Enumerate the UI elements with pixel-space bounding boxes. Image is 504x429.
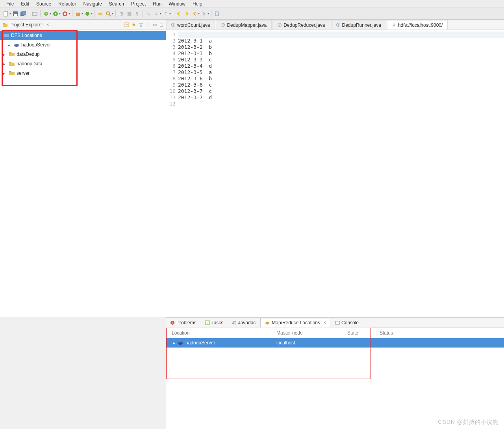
tree-item-dfs-locations[interactable]: DFS Locations [0,31,166,40]
run-dropdown[interactable]: ▾ [59,12,61,15]
save-button[interactable] [12,10,19,17]
menu-file[interactable]: File [3,0,17,7]
tree-item-hadoopserver[interactable]: ▸ hadoopServer [0,40,166,50]
svg-rect-27 [9,72,15,75]
svg-rect-17 [3,23,5,24]
filter-icon[interactable] [139,22,143,27]
tab-javadoc[interactable]: @Javadoc [228,318,259,327]
menu-window[interactable]: Window [165,0,189,7]
problems-icon: ! [170,320,175,325]
toggle-button[interactable] [31,10,38,17]
col-status[interactable]: Status [375,330,504,336]
next-annotation-dropdown[interactable]: ▾ [160,12,161,15]
prev-annotation-dropdown[interactable]: ▾ [169,12,171,15]
svg-rect-23 [9,53,15,56]
svg-point-13 [106,12,109,15]
new-dropdown[interactable]: ▾ [9,12,11,15]
watermark: CSDN @拼搏的小浣熊 [438,419,498,426]
tree-item-hadoopdata[interactable]: ▸ hadoopData [0,59,166,68]
open-type-button[interactable] [97,10,104,17]
tree-item-server[interactable]: ▸ server [0,68,166,78]
elephant-icon [13,42,20,48]
menu-project[interactable]: Project [128,0,149,7]
col-state[interactable]: State [347,330,375,336]
tab-label: Problems [176,320,196,325]
tab-console[interactable]: Console [331,318,363,327]
elephant-icon [265,320,270,325]
save-all-button[interactable] [20,10,27,17]
tab-mapreduce-locations[interactable]: Map/Reduce Locations× [260,318,330,327]
tab-dedupmapper[interactable]: ⒿDedupMapper.java [216,20,272,30]
tree-item-datadedup[interactable]: ▸ dataDedup [0,50,166,59]
svg-rect-5 [32,12,37,15]
new-package-button[interactable] [74,10,82,17]
menu-source[interactable]: Source [33,0,54,7]
menu-help[interactable]: Help [189,0,206,7]
menu-refactor[interactable]: Refactor [55,0,79,7]
col-master[interactable]: Master node [276,330,347,336]
menu-edit[interactable]: Edit [18,0,32,7]
tree-label: server [17,70,30,76]
table-row[interactable]: ▸ hadoopServer localhost [166,338,504,348]
last-edit-dropdown[interactable]: ▾ [198,12,200,15]
last-edit-button[interactable] [191,10,198,17]
toggle-block-button[interactable]: ▦ [126,10,133,17]
close-view-icon[interactable]: × [46,22,49,28]
tab-dedupreducer[interactable]: ⒿDedupReducer.java [272,20,330,30]
code-content[interactable]: 2012-3-1 a2012-3-2 b2012-3-3 b2012-3-3 c… [178,30,504,317]
svg-rect-20 [4,34,9,37]
debug-button[interactable] [43,10,50,17]
close-tab-icon[interactable]: × [323,320,326,325]
tab-label: Javadoc [238,320,256,325]
search-button[interactable] [105,10,112,17]
console-icon [335,320,340,325]
menu-run[interactable]: Run [150,0,165,7]
prev-annotation-button[interactable]: ⇡ [162,10,169,17]
collapse-all-icon[interactable] [124,22,129,27]
tab-wordcount[interactable]: ⒿwordCount.java [166,20,215,30]
new-package-dropdown[interactable]: ▾ [82,12,83,15]
master-node: localhost [276,340,347,346]
tab-label: Map/Reduce Locations [272,320,320,325]
code-editor[interactable]: 123456789101112 2012-3-1 a2012-3-2 b2012… [166,30,504,317]
coverage-button[interactable] [61,10,69,17]
maximize-icon[interactable]: ◻ [159,22,163,28]
next-edit-dropdown[interactable]: ▾ [208,12,209,15]
new-class-dropdown[interactable]: ▾ [91,12,93,15]
pin-button[interactable] [213,10,220,17]
step-button[interactable]: ↘ [145,10,152,17]
menu-search[interactable]: Search [106,0,127,7]
tab-tasks[interactable]: Tasks [201,318,228,327]
menu-navigate[interactable]: Navigate [80,0,105,7]
coverage-dropdown[interactable]: ▾ [69,12,70,15]
editor-area: ⒿwordCount.java ⒿDedupMapper.java ⒿDedup… [166,20,504,317]
pilcrow-button[interactable]: ¶ [133,10,141,17]
link-editor-icon[interactable] [132,22,136,27]
minimize-icon[interactable]: ▭ [153,22,157,28]
run-button[interactable] [52,10,59,17]
expand-arrow-icon[interactable]: ▸ [173,341,175,345]
view-menu-icon[interactable]: ⋮ [146,22,150,28]
expand-arrow-icon[interactable]: ▸ [3,71,7,76]
expand-arrow-icon[interactable]: ▸ [3,52,7,57]
svg-rect-15 [215,12,219,16]
new-class-button[interactable] [84,10,91,17]
expand-arrow-icon[interactable]: ▸ [8,43,12,47]
col-location[interactable]: Location [166,330,276,336]
new-button[interactable] [2,10,9,17]
tab-hdfs[interactable]: 🗎hdfs://localhost:9000/ [387,20,448,30]
tab-problems[interactable]: !Problems [166,318,200,327]
next-edit-button[interactable] [200,10,208,17]
search-dropdown[interactable]: ▾ [112,12,113,15]
svg-text:!: ! [172,321,173,325]
next-annotation-button[interactable]: ⇣ [153,10,160,17]
expand-arrow-icon[interactable]: ▸ [3,62,7,66]
toggle-mark-button[interactable]: ⊞ [118,10,125,17]
tab-label: DedupRunner.java [342,22,381,28]
panel-tabs: !Problems Tasks @Javadoc Map/Reduce Loca… [166,318,504,328]
back-button[interactable] [175,10,182,17]
debug-dropdown[interactable]: ▾ [50,12,51,15]
forward-button[interactable] [183,10,190,17]
svg-rect-16 [3,24,7,27]
tab-deduprunner[interactable]: ⒿDedupRunner.java [331,20,386,30]
